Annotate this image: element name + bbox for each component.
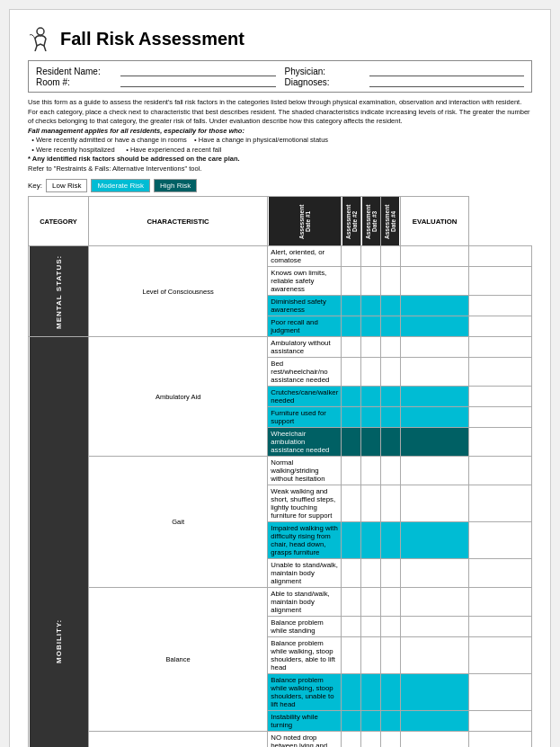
check-cell[interactable] [380,485,400,522]
check-cell[interactable] [361,337,381,358]
check-cell[interactable] [342,674,361,711]
check-cell[interactable] [361,246,381,267]
check-cell[interactable] [361,559,381,588]
check-cell[interactable] [400,732,469,748]
check-cell[interactable] [342,522,361,559]
check-cell[interactable] [361,588,381,617]
instructions-bold: Fall management applies for all resident… [28,127,532,137]
check-cell[interactable] [400,588,469,617]
col-header-assess-4: Assessment Date #4 [380,197,400,246]
check-cell[interactable] [400,296,469,316]
key-high: High Risk [154,179,197,192]
diagnoses-line [369,76,525,87]
check-cell[interactable] [400,711,469,732]
eval-cell [469,522,532,559]
check-cell[interactable] [342,358,361,387]
check-cell[interactable] [342,428,361,457]
check-cell[interactable] [342,337,361,358]
check-cell[interactable] [400,637,469,674]
patient-form: Resident Name: Physician: Room #: Diagno… [28,60,532,93]
check-cell[interactable] [342,588,361,617]
check-cell[interactable] [342,267,361,296]
check-cell[interactable] [380,732,400,748]
check-cell[interactable] [400,246,469,267]
check-cell[interactable] [400,267,469,296]
characteristic-cell: Instability while turning [268,711,342,732]
check-cell[interactable] [380,407,400,428]
check-cell[interactable] [342,485,361,522]
fall-risk-icon [28,26,53,51]
check-cell[interactable] [380,559,400,588]
sub-category-blood-pressure: Blood Pressure [88,732,267,748]
check-cell[interactable] [400,674,469,711]
check-cell[interactable] [400,485,469,522]
check-cell[interactable] [342,407,361,428]
check-cell[interactable] [400,522,469,559]
check-cell[interactable] [380,522,400,559]
check-cell[interactable] [400,617,469,637]
check-cell[interactable] [380,316,400,337]
characteristic-cell: Bed rest/wheelchair/no assistance needed [268,358,342,387]
check-cell[interactable] [400,407,469,428]
check-cell[interactable] [361,296,381,316]
check-cell[interactable] [380,428,400,457]
refer-note: Refer to "Restraints & Falls: Alternativ… [28,165,532,174]
check-cell[interactable] [400,559,469,588]
check-cell[interactable] [342,296,361,316]
check-cell[interactable] [380,337,400,358]
check-cell[interactable] [342,387,361,407]
check-cell[interactable] [380,711,400,732]
check-cell[interactable] [400,428,469,457]
check-cell[interactable] [380,588,400,617]
check-cell[interactable] [342,617,361,637]
check-cell[interactable] [361,457,381,485]
check-cell[interactable] [380,246,400,267]
check-cell[interactable] [361,387,381,407]
check-cell[interactable] [400,457,469,485]
check-cell[interactable] [400,358,469,387]
check-cell[interactable] [342,711,361,732]
check-cell[interactable] [361,617,381,637]
check-cell[interactable] [380,457,400,485]
check-cell[interactable] [361,732,381,748]
check-cell[interactable] [342,457,361,485]
check-cell[interactable] [361,522,381,559]
eval-cell [469,637,532,674]
starred-note: * Any identified risk factors should be … [28,155,532,165]
section-label-mental: MENTAL STATUS: [29,246,89,337]
check-cell[interactable] [342,559,361,588]
check-cell[interactable] [400,316,469,337]
resident-name-line [120,66,276,76]
check-cell[interactable] [342,732,361,748]
check-cell[interactable] [380,296,400,316]
check-cell[interactable] [342,316,361,337]
check-cell[interactable] [380,674,400,711]
check-cell[interactable] [361,674,381,711]
eval-cell [469,617,532,637]
check-cell[interactable] [342,246,361,267]
check-cell[interactable] [361,711,381,732]
check-cell[interactable] [400,387,469,407]
check-cell[interactable] [361,485,381,522]
eval-cell [469,428,532,457]
physician-line [369,66,525,76]
check-cell[interactable] [380,358,400,387]
eval-cell [469,674,532,711]
check-cell[interactable] [380,387,400,407]
col-header-category: CATEGORY [29,197,89,246]
check-cell[interactable] [361,358,381,387]
eval-cell [469,296,532,316]
instructions-main: Use this form as a guide to assess the r… [28,98,532,127]
sub-category-consciousness: Level of Consciousness [88,246,267,337]
check-cell[interactable] [380,617,400,637]
check-cell[interactable] [361,637,381,674]
check-cell[interactable] [380,637,400,674]
check-cell[interactable] [400,337,469,358]
characteristic-cell: Crutches/cane/walker needed [268,387,342,407]
check-cell[interactable] [342,637,361,674]
check-cell[interactable] [361,316,381,337]
check-cell[interactable] [361,428,381,457]
check-cell[interactable] [380,267,400,296]
check-cell[interactable] [361,407,381,428]
check-cell[interactable] [361,267,381,296]
